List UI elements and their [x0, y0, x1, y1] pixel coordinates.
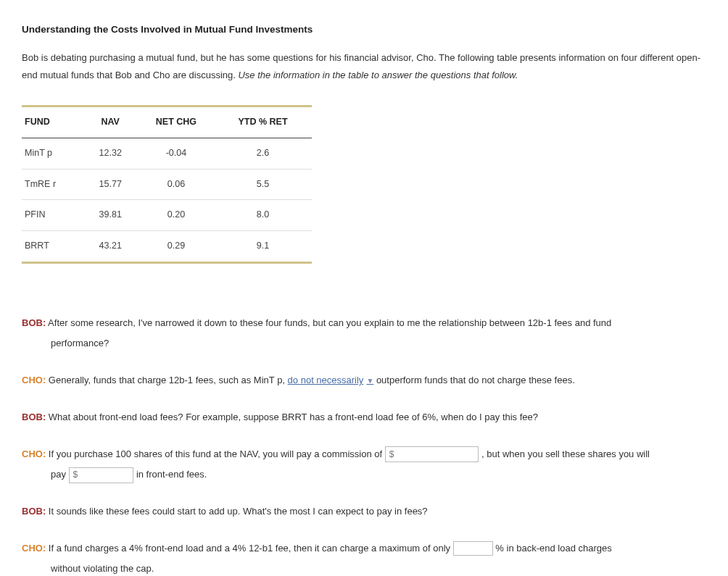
speaker-bob: BOB: [22, 506, 46, 517]
bob-line-2: What about front-end load fees? For exam… [46, 412, 538, 422]
dollar-icon: $ [70, 467, 83, 483]
table-row: TmRE r 15.77 0.06 5.5 [22, 169, 312, 200]
table-row: PFIN 39.81 0.20 8.0 [22, 200, 312, 231]
dialogue-block: CHO: Generally, funds that charge 12b-1 … [22, 372, 706, 390]
bob-line-3: It sounds like these fees could start to… [46, 506, 427, 517]
frontend-fee-input[interactable] [82, 469, 133, 482]
cell-nav: 15.77 [87, 169, 138, 200]
cell-fund: PFIN [22, 200, 87, 231]
dollar-icon: $ [386, 446, 399, 463]
cell-netchg: 0.20 [138, 200, 218, 231]
speaker-cho: CHO: [22, 375, 46, 385]
cell-ytd: 2.6 [218, 138, 312, 169]
cell-nav: 43.21 [87, 231, 138, 263]
dialogue-block: BOB: After some research, I've narrowed … [22, 314, 706, 353]
commission-input[interactable] [398, 448, 478, 461]
cho-line-3c: without violating the cap. [22, 560, 706, 576]
frontend-fee-input-wrap[interactable]: $ [69, 467, 134, 483]
bob-line-1a: After some research, I've narrowed it do… [46, 317, 611, 328]
bob-line-1b: performance? [22, 335, 706, 353]
cho-line-2a: If you purchase 100 shares of this fund … [46, 448, 385, 459]
intro-paragraph: Bob is debating purchasing a mutual fund… [22, 49, 706, 85]
cell-ytd: 8.0 [218, 200, 312, 231]
th-ytd: YTD % RET [218, 107, 312, 138]
backend-load-pct-input[interactable] [453, 541, 493, 556]
table-header-row: FUND NAV NET CHG YTD % RET [22, 107, 312, 138]
cell-ytd: 5.5 [218, 169, 312, 200]
cho-line-2d: in front-end fees. [133, 469, 207, 480]
dropdown-value: do not necessarily [288, 372, 364, 390]
cho-line-1a: Generally, funds that charge 12b-1 fees,… [46, 375, 287, 385]
table-row: BRRT 43.21 0.29 9.1 [22, 231, 312, 263]
fund-table: FUND NAV NET CHG YTD % RET MinT p 12.32 … [22, 105, 312, 264]
cho-line-3a: If a fund charges a 4% front-end load an… [46, 543, 453, 554]
speaker-bob: BOB: [22, 412, 46, 422]
cell-fund: MinT p [22, 138, 87, 169]
dropdown-12b1-outperform[interactable]: do not necessarily▼ [288, 372, 374, 390]
cell-netchg: 0.29 [138, 231, 218, 263]
table-row: MinT p 12.32 -0.04 2.6 [22, 138, 312, 169]
dialogue-block: CHO: If you purchase 100 shares of this … [22, 446, 706, 484]
cell-nav: 39.81 [87, 200, 138, 231]
speaker-cho: CHO: [22, 448, 46, 459]
speaker-bob: BOB: [22, 317, 46, 328]
th-nav: NAV [87, 107, 138, 138]
cell-fund: TmRE r [22, 169, 87, 200]
chevron-down-icon: ▼ [366, 374, 373, 388]
cho-line-2c: pay [51, 469, 69, 480]
cell-nav: 12.32 [87, 138, 138, 169]
th-fund: FUND [22, 107, 87, 138]
commission-input-wrap[interactable]: $ [385, 446, 479, 462]
dialogue-block: BOB: It sounds like these fees could sta… [22, 503, 706, 521]
cho-line-2b: , but when you sell these shares you wil… [479, 448, 650, 459]
th-netchg: NET CHG [138, 107, 218, 138]
dialogue-block: BOB: What about front-end load fees? For… [22, 409, 706, 427]
cell-ytd: 9.1 [218, 231, 312, 263]
dialogue-block: CHO: If a fund charges a 4% front-end lo… [22, 540, 706, 576]
cho-line-1b: outperform funds that do not charge thes… [373, 375, 575, 385]
intro-text-b: Use the information in the table to answ… [238, 70, 518, 80]
speaker-cho: CHO: [22, 543, 46, 554]
cell-netchg: -0.04 [138, 138, 218, 169]
page-title: Understanding the Costs Involved in Mutu… [22, 20, 706, 39]
cell-netchg: 0.06 [138, 169, 218, 200]
cho-line-3b: % in back-end load charges [493, 543, 612, 554]
cell-fund: BRRT [22, 231, 87, 263]
